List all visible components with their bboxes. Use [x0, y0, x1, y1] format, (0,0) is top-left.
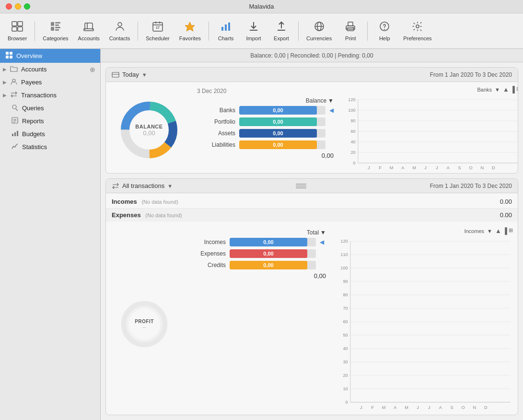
profit-donut-value: --: [135, 324, 154, 329]
toolbar-favorites[interactable]: Favorites: [175, 18, 205, 44]
balance-section-title: Today: [122, 71, 139, 78]
toolbar-preferences[interactable]: Preferences: [399, 18, 435, 44]
toolbar-import[interactable]: Import: [241, 18, 267, 44]
balance-title-dropdown[interactable]: ▼: [142, 72, 147, 78]
svg-rect-21: [228, 23, 230, 31]
trans-chart-header: Incomes ▼ ▲ ▐ ⊞: [336, 227, 513, 234]
chart-area-icon[interactable]: ▲: [503, 86, 509, 93]
svg-text:O: O: [469, 165, 473, 170]
sidebar-item-reports[interactable]: Reports: [0, 115, 100, 128]
print-icon: [345, 21, 356, 34]
balance-chart-dropdown[interactable]: ▼: [495, 87, 500, 93]
sidebar-item-payees[interactable]: ▶ Payees: [0, 76, 100, 89]
charts-icon: [220, 21, 232, 34]
categories-icon: [50, 21, 61, 34]
svg-rect-37: [6, 56, 9, 58]
accounts-options-icon[interactable]: ⊕: [90, 66, 95, 73]
toolbar-contacts[interactable]: Contacts: [105, 18, 134, 44]
trans-chart-area-icon[interactable]: ▲: [495, 227, 501, 234]
sidebar-item-accounts[interactable]: ▶ Accounts ⊕: [0, 63, 100, 76]
svg-text:D: D: [492, 165, 495, 170]
svg-point-33: [384, 29, 385, 30]
categories-label: Categories: [43, 35, 68, 41]
sidebar-item-queries[interactable]: Queries: [0, 102, 100, 115]
svg-text:J: J: [428, 405, 430, 410]
toolbar-accounts[interactable]: Accounts: [74, 18, 104, 44]
bar-label-incomes: Incomes: [187, 239, 226, 245]
chart-grid-icon[interactable]: ⊞: [516, 86, 518, 93]
overview-icon: [5, 51, 13, 60]
maximize-button[interactable]: [24, 3, 30, 10]
expense-value: 0.00: [500, 211, 512, 219]
bar-container-expenses: 0,00: [230, 249, 316, 258]
trans-chart-dropdown[interactable]: ▼: [487, 228, 492, 234]
svg-rect-7: [51, 27, 54, 31]
toolbar-charts[interactable]: Charts: [213, 18, 239, 44]
traffic-lights: [6, 3, 30, 10]
svg-text:A: A: [401, 165, 405, 170]
svg-text:80: 80: [350, 118, 355, 123]
svg-text:60: 60: [343, 319, 348, 324]
toolbar-export[interactable]: Export: [268, 18, 294, 44]
income-value: 0.00: [500, 198, 512, 205]
svg-text:D: D: [484, 405, 488, 410]
close-button[interactable]: [6, 3, 12, 10]
trans-column-label[interactable]: Total ▼: [307, 229, 326, 236]
svg-text:17: 17: [156, 26, 160, 29]
toolbar-scheduler[interactable]: 17 Scheduler: [142, 18, 174, 44]
profit-donut-area: PROFIT --: [106, 223, 183, 415]
svg-text:10: 10: [343, 386, 348, 391]
chart-bar-icon[interactable]: ▐: [511, 86, 515, 93]
svg-rect-5: [55, 22, 60, 23]
svg-rect-51: [112, 72, 119, 77]
accounts-label: Accounts: [78, 35, 100, 41]
toolbar-browser[interactable]: Browser: [4, 18, 31, 44]
svg-text:F: F: [379, 165, 382, 170]
svg-text:M: M: [405, 405, 408, 410]
sidebar-item-statistics[interactable]: Statistics: [0, 140, 100, 153]
import-label: Import: [246, 35, 261, 41]
income-expense-rows: Incomes (No data found) 0.00 Expenses (N…: [106, 193, 518, 223]
trans-date-range: From 1 Jan 2020 To 3 Dec 2020: [430, 183, 512, 189]
trans-chart-view-icons: ▲ ▐ ⊞: [495, 227, 513, 234]
contacts-label: Contacts: [109, 35, 130, 41]
transactions-chart-area: Incomes ▼ ▲ ▐ ⊞: [331, 223, 518, 415]
trans-chart-grid-icon[interactable]: ⊞: [509, 227, 513, 234]
accounts-expand-arrow: ▶: [3, 67, 7, 72]
trans-chart-bar-icon[interactable]: ▐: [503, 227, 507, 234]
transactions-expand-arrow: ▶: [3, 93, 7, 98]
bar-label-assets: Assets: [197, 130, 235, 137]
sidebar-overview-label: Overview: [16, 52, 95, 59]
expense-label: Expenses (No data found): [112, 211, 500, 219]
svg-text:M: M: [412, 165, 416, 170]
bar-container-banks: 0,00: [239, 106, 325, 115]
drag-handle[interactable]: [296, 184, 306, 188]
svg-text:N: N: [480, 165, 484, 170]
toolbar-categories[interactable]: Categories: [39, 18, 72, 44]
help-icon: [379, 21, 390, 34]
svg-text:80: 80: [343, 292, 348, 297]
balance-dropdown-icon: ▼: [328, 97, 334, 104]
toolbar-print[interactable]: Print: [337, 18, 363, 44]
balance-chart-label[interactable]: Banks: [477, 87, 492, 93]
profit-donut-title: PROFIT: [135, 318, 154, 324]
svg-text:N: N: [473, 405, 476, 410]
bar-fill-incomes: 0,00: [230, 238, 307, 246]
bar-row-liabilities: Liabilities 0,00: [197, 140, 334, 149]
sidebar-item-budgets[interactable]: Budgets: [0, 128, 100, 140]
content-area: Balance: 0,00 | Reconciled: 0,00 | Pendi…: [101, 49, 523, 420]
transactions-dropdown[interactable]: ▼: [167, 183, 173, 189]
minimize-button[interactable]: [15, 3, 21, 10]
sidebar-item-transactions[interactable]: ▶ Transactions: [0, 89, 100, 102]
balance-section-icon: [112, 71, 119, 78]
toolbar-currencies[interactable]: Currencies: [302, 18, 336, 44]
svg-rect-48: [12, 134, 13, 136]
svg-rect-36: [10, 52, 12, 55]
transactions-body: PROFIT -- Total ▼: [106, 223, 518, 415]
sidebar-item-overview[interactable]: Overview: [0, 49, 100, 63]
scheduler-icon: 17: [152, 21, 163, 34]
toolbar-help[interactable]: Help: [372, 18, 397, 44]
svg-rect-35: [6, 52, 9, 55]
trans-chart-label[interactable]: Incomes: [464, 228, 484, 234]
balance-column-label[interactable]: Balance ▼: [306, 97, 334, 104]
